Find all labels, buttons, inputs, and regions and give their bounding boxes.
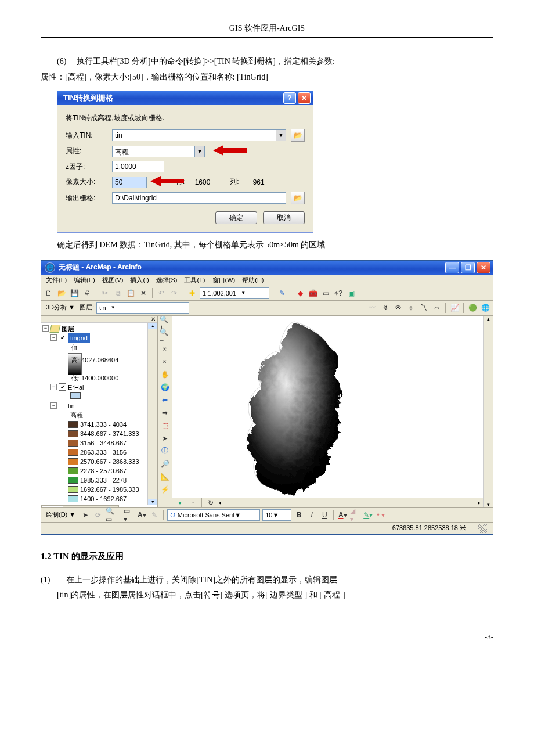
expand-icon[interactable]: − (50, 334, 57, 341)
measure-icon[interactable]: 📐 (160, 471, 170, 482)
toc-root[interactable]: 图层 (62, 324, 74, 333)
zfactor-field[interactable]: 1.0000 (112, 161, 164, 172)
select-features-icon[interactable]: ⬚ (160, 420, 170, 431)
identify-icon[interactable]: ⓘ (160, 446, 170, 456)
model-builder-icon[interactable]: ▣ (346, 288, 356, 298)
find-icon[interactable]: 🔎 (160, 459, 170, 469)
checkbox-erhai[interactable]: ✔ (59, 383, 66, 391)
whatsthis-icon[interactable]: ⌖? (333, 288, 344, 298)
pan-icon[interactable]: ✋ (160, 369, 170, 380)
layer-tin[interactable]: tin (68, 401, 75, 411)
hyperlink-icon[interactable]: ⚡ (160, 484, 170, 495)
menu-bar[interactable]: 文件(F) 编辑(E) 视图(V) 插入(I) 选择(S) 工具(T) 窗口(W… (41, 275, 493, 286)
interpolate-line-icon[interactable]: 〽 (418, 303, 429, 313)
save-icon[interactable]: 💾 (69, 288, 80, 298)
menu-window[interactable]: 窗口(W) (212, 276, 236, 285)
fixed-zoom-in-icon[interactable]: ⤧ (160, 344, 170, 354)
arcscene-icon[interactable]: 🌐 (480, 303, 490, 313)
toc-tab-source[interactable]: 数据源 (63, 505, 91, 507)
line-color-icon[interactable]: ✎ ▾ (363, 510, 373, 520)
dialog-titlebar[interactable]: TIN转换到栅格 ? ✕ (57, 91, 313, 105)
arctoolbox-icon[interactable]: 🧰 (308, 288, 318, 298)
undo-icon[interactable]: ↶ (156, 288, 167, 298)
font-dropdown-icon[interactable]: ▼ (234, 512, 241, 519)
browse-output-icon[interactable]: 📂 (291, 192, 305, 204)
draw-menu-button[interactable]: 绘制(D) ▼ (44, 510, 78, 519)
marker-color-icon[interactable]: • ▾ (376, 510, 386, 520)
fill-color-icon[interactable]: ◢ ▾ (350, 510, 360, 520)
font-size-field[interactable]: 10 ▼ (262, 509, 291, 521)
attr-dropdown-icon[interactable]: ▼ (195, 146, 205, 157)
paste-icon[interactable]: 📋 (125, 288, 136, 298)
layer-dropdown-icon[interactable]: ▼ (109, 305, 117, 310)
input-tin-field[interactable]: tin (112, 129, 276, 141)
create-tin-icon[interactable]: 🟢 (467, 303, 478, 313)
input-tin-dropdown-icon[interactable]: ▼ (276, 129, 286, 141)
minimize-button[interactable]: — (445, 262, 459, 273)
expand-icon[interactable]: − (42, 325, 49, 332)
command-line-icon[interactable]: ▭ (320, 288, 331, 298)
interpolate-point-icon[interactable]: ⟡ (406, 303, 416, 313)
expand-icon[interactable]: − (50, 384, 57, 390)
menu-edit[interactable]: 编辑(E) (74, 276, 95, 285)
layer-select[interactable]: tin ▼ (96, 302, 189, 314)
toc-close-icon[interactable]: ✕ (151, 316, 156, 322)
rotate-icon[interactable]: ⟳ (93, 510, 103, 520)
layer-erhai[interactable]: ErHai (68, 383, 84, 392)
menu-select[interactable]: 选择(S) (156, 276, 178, 285)
expand-icon[interactable]: − (50, 402, 57, 409)
copy-icon[interactable]: ⧉ (113, 288, 123, 298)
text-tool-icon[interactable]: A ▾ (136, 510, 147, 520)
menu-view[interactable]: 视图(V) (102, 276, 124, 285)
browse-tin-icon[interactable]: 📂 (291, 129, 305, 142)
prev-extent-icon[interactable]: ⬅ (160, 395, 170, 405)
toc-scrollbar[interactable]: ▴ ⋮ ▾ (147, 323, 157, 505)
fontsize-dropdown-icon[interactable]: ▼ (272, 512, 279, 519)
refresh-icon[interactable]: ↻ (205, 498, 216, 508)
new-icon[interactable]: 🗋 (44, 288, 54, 298)
arcmap-titlebar[interactable]: 🌐 无标题 - ArcMap - ArcInfo — ❐ ✕ (41, 261, 493, 275)
full-extent-icon[interactable]: 🌍 (160, 382, 170, 393)
h-scroll-right-icon[interactable]: ▸ (478, 499, 481, 506)
steepest-path-icon[interactable]: ↯ (380, 303, 391, 313)
layer-tingrid[interactable]: tingrid (68, 333, 90, 343)
edit-vertices-icon[interactable]: ✎ (149, 510, 160, 520)
line-of-sight-icon[interactable]: 👁 (393, 303, 403, 313)
ok-button[interactable]: 确定 (215, 211, 257, 224)
fixed-zoom-out-icon[interactable]: ⤪ (160, 357, 170, 367)
pixelsize-field[interactable]: 50 (112, 177, 147, 188)
zoom-out-icon[interactable]: 🔍− (160, 331, 170, 341)
checkbox-tingrid[interactable]: ✔ (59, 334, 66, 341)
editor-toolbar-icon[interactable]: ✎ (277, 288, 287, 298)
bold-icon[interactable]: B (294, 510, 304, 520)
checkbox-tin[interactable] (59, 402, 66, 409)
scale-field[interactable]: 1:1,002,001 ▼ (200, 287, 269, 299)
add-data-icon[interactable]: ✚ (187, 288, 197, 298)
map-v-scrollbar[interactable]: ▴▾ (483, 316, 493, 507)
attr-field[interactable]: 高程 (112, 146, 195, 157)
rectangle-tool-icon[interactable]: ▭ ▾ (124, 510, 134, 520)
italic-icon[interactable]: I (306, 510, 317, 520)
output-raster-field[interactable]: D:\Dali\tingrid (112, 192, 286, 204)
delete-icon[interactable]: ✕ (138, 288, 149, 298)
interpolate-poly-icon[interactable]: ▱ (431, 303, 442, 313)
help-button[interactable]: ? (283, 92, 296, 104)
scale-dropdown-icon[interactable]: ▼ (239, 290, 247, 296)
next-extent-icon[interactable]: ➡ (160, 408, 170, 418)
toc-tab-display[interactable]: 显示 (41, 505, 63, 507)
maximize-button[interactable]: ❐ (461, 262, 475, 273)
open-icon[interactable]: 📂 (56, 288, 67, 298)
profile-graph-icon[interactable]: 📈 (449, 303, 460, 313)
3d-analyst-button[interactable]: 3D分析 ▼ (44, 303, 77, 312)
data-view-icon[interactable]: ● (175, 498, 185, 508)
zoom-in-icon[interactable]: 🔍+ (160, 318, 170, 329)
close-button[interactable]: ✕ (298, 92, 311, 104)
cut-icon[interactable]: ✂ (100, 288, 110, 298)
underline-icon[interactable]: U (319, 510, 330, 520)
font-color-icon[interactable]: A ▾ (337, 510, 348, 520)
app-close-button[interactable]: ✕ (477, 262, 490, 273)
contour-icon[interactable]: 〰 (367, 303, 378, 313)
map-canvas[interactable] (172, 316, 483, 498)
h-scroll-left-icon[interactable]: ◂ (218, 499, 221, 506)
menu-file[interactable]: 文件(F) (46, 276, 67, 285)
